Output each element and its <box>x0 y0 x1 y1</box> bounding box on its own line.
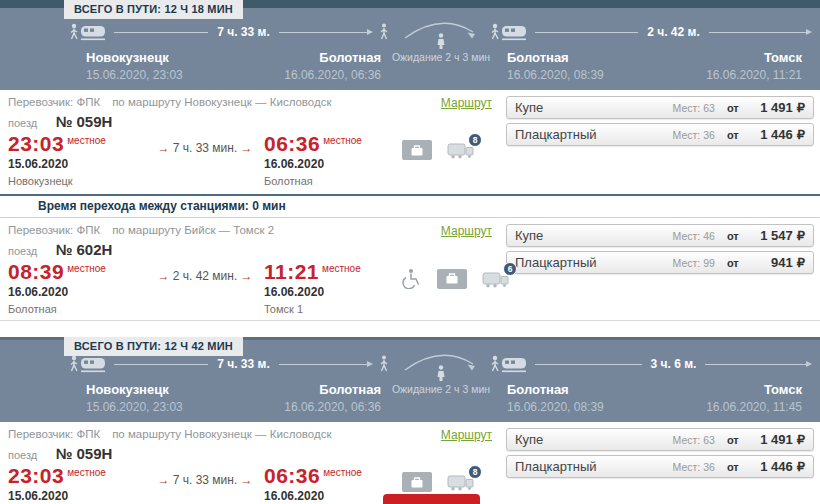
leg-duration: 3 ч. 6 м. <box>642 357 706 371</box>
ruble-icon: ₽ <box>797 255 805 270</box>
leg-to-station: Томск 16.06.2020, 11:45 <box>706 382 802 414</box>
transfer-wait: Ожидание 2 ч 3 мин <box>391 18 491 82</box>
train-number-row: поезд № 059Н <box>8 444 502 464</box>
ruble-icon: ₽ <box>797 228 805 243</box>
fare-option-kupe[interactable]: Купе Мест: 63 от 1 491 ₽ <box>506 428 814 451</box>
buy-button-partial[interactable] <box>383 494 480 504</box>
leg-to-station: Томск 16.06.2020, 11:21 <box>706 50 802 82</box>
leg-duration: 2 ч. 42 м. <box>638 25 709 39</box>
walker-train-icon <box>70 354 108 374</box>
leg-duration: 7 ч. 33 м. <box>208 357 279 371</box>
ruble-icon: ₽ <box>797 100 805 115</box>
route-link[interactable]: Маршрут <box>441 428 492 442</box>
departure-block: 08:39местное 16.06.2020 Болотная <box>8 260 146 315</box>
ruble-icon: ₽ <box>797 127 805 142</box>
arrow-icon: → <box>241 141 253 155</box>
wheelchair-icon <box>402 268 422 289</box>
wagon-scheme-icon[interactable]: 8 <box>447 472 475 492</box>
fare-option-platskart[interactable]: Плацкартный Мест: 36 от 1 446 ₽ <box>506 455 814 478</box>
journey-summary-band: ВСЕГО В ПУТИ: 12 Ч 18 МИН 7 ч. 33 м. <box>0 0 820 90</box>
train-number: № 059Н <box>56 445 113 462</box>
leg-from-station: Болотная 16.06.2020, 08:39 <box>507 50 604 82</box>
wait-label: Ожидание 2 ч 3 мин <box>392 51 490 63</box>
leg-duration: 7 ч. 33 м. <box>208 25 279 39</box>
train-segment: Перевозчик: ФПКпо маршруту Новокузнецк —… <box>0 90 820 192</box>
departure-block: 23:03местное 15.06.2020 Новокузнецк <box>8 132 146 187</box>
journey-summary-band: ВСЕГО В ПУТИ: 12 Ч 42 МИН 7 ч. 33 м. <box>0 337 820 422</box>
luggage-icon <box>402 472 432 492</box>
arrow-icon: → <box>157 269 169 283</box>
train-segment: Перевозчик: ФПКпо маршруту Новокузнецк —… <box>0 422 820 504</box>
person-icon <box>435 365 447 381</box>
fare-options: Купе Мест: 46 от 1 547 ₽ Плацкартный Мес… <box>506 221 814 315</box>
arrival-block: 06:36местное 16.06.2020 Болотная <box>264 132 402 187</box>
walker-train-icon <box>491 354 529 374</box>
carrier-info: Перевозчик: ФПКпо маршруту Новокузнецк —… <box>8 428 331 440</box>
luggage-icon <box>437 269 467 289</box>
journey-card-2: ВСЕГО В ПУТИ: 12 Ч 42 МИН 7 ч. 33 м. <box>0 337 820 504</box>
departure-block: 23:03местное 15.06.2020 Новокузнецк <box>8 464 146 504</box>
leg-to-station: Болотная 16.06.2020, 06:36 <box>284 50 381 82</box>
wagon-count-badge: 8 <box>468 133 482 147</box>
walker-train-icon <box>491 22 529 42</box>
route-link[interactable]: Маршрут <box>441 96 492 110</box>
ruble-icon: ₽ <box>797 432 805 447</box>
journey-card-1: ВСЕГО В ПУТИ: 12 Ч 18 МИН 7 ч. 33 м. <box>0 0 820 321</box>
person-icon <box>435 33 447 49</box>
arrow-icon: → <box>241 269 253 283</box>
ruble-icon: ₽ <box>797 459 805 474</box>
segment-duration: → 7 ч. 33 мин. → <box>146 132 264 155</box>
leg-summary-2: 2 ч. 42 м. Болотная 16.06.2020, 08:39 То… <box>491 18 812 82</box>
walker-icon <box>379 23 389 41</box>
leg-from-station: Болотная 16.06.2020, 08:39 <box>507 382 604 414</box>
arrow-icon: → <box>157 141 169 155</box>
search-results-page: ВСЕГО В ПУТИ: 12 Ч 18 МИН 7 ч. 33 м. <box>0 0 820 504</box>
walker-train-icon <box>70 22 108 42</box>
wagon-scheme-icon[interactable]: 8 <box>447 140 475 160</box>
luggage-icon <box>402 140 432 160</box>
fare-option-platskart[interactable]: Плацкартный Мест: 99 от 941 ₽ <box>506 251 814 274</box>
total-duration-badge: ВСЕГО В ПУТИ: 12 Ч 18 МИН <box>64 0 243 19</box>
fare-option-kupe[interactable]: Купе Мест: 63 от 1 491 ₽ <box>506 96 814 119</box>
wagon-count-badge: 8 <box>468 465 482 479</box>
segment-duration: → 7 ч. 33 мин. → <box>146 464 264 487</box>
fare-option-kupe[interactable]: Купе Мест: 46 от 1 547 ₽ <box>506 224 814 247</box>
segment-duration: → 2 ч. 42 мин. → <box>146 260 264 283</box>
leg-from-station: Новокузнецк 15.06.2020, 23:03 <box>86 382 183 414</box>
fare-options: Купе Мест: 63 от 1 491 ₽ Плацкартный Мес… <box>506 93 814 187</box>
leg-to-station: Болотная 16.06.2020, 06:36 <box>284 382 381 414</box>
walker-icon <box>379 355 389 373</box>
leg-summary-1: 7 ч. 33 м. Новокузнецк 15.06.2020, 23:03… <box>70 18 391 82</box>
leg-track: 7 ч. 33 м. <box>114 22 373 42</box>
train-number: № 602Н <box>56 241 113 258</box>
leg-track: 3 ч. 6 м. <box>535 354 812 374</box>
leg-track: 7 ч. 33 м. <box>114 354 373 374</box>
train-segment: Перевозчик: ФПКпо маршруту Бийск — Томск… <box>0 218 820 320</box>
fare-option-platskart[interactable]: Плацкартный Мест: 36 от 1 446 ₽ <box>506 123 814 146</box>
train-number-row: поезд № 602Н <box>8 240 502 260</box>
arrival-block: 11:21местное 16.06.2020 Томск 1 <box>264 260 402 315</box>
transfer-note: Время перехода между станциями: 0 мин <box>0 194 820 218</box>
fare-options: Купе Мест: 63 от 1 491 ₽ Плацкартный Мес… <box>506 425 814 504</box>
leg-from-station: Новокузнецк 15.06.2020, 23:03 <box>86 50 183 82</box>
carrier-info: Перевозчик: ФПКпо маршруту Новокузнецк —… <box>8 96 331 108</box>
transfer-wait: Ожидание 2 ч 3 мин <box>391 350 491 414</box>
route-link[interactable]: Маршрут <box>441 224 492 238</box>
arrow-icon: → <box>157 473 169 487</box>
wait-label: Ожидание 2 ч 3 мин <box>392 383 490 395</box>
leg-summary-2: 3 ч. 6 м. Болотная 16.06.2020, 08:39 Том… <box>491 350 812 414</box>
carrier-info: Перевозчик: ФПКпо маршруту Бийск — Томск… <box>8 224 274 236</box>
leg-summary-1: 7 ч. 33 м. Новокузнецк 15.06.2020, 23:03… <box>70 350 391 414</box>
wagon-count-badge: 6 <box>503 262 517 276</box>
train-number-row: поезд № 059Н <box>8 112 502 132</box>
arrow-icon: → <box>241 473 253 487</box>
wagon-scheme-icon[interactable]: 6 <box>482 269 510 289</box>
arrival-block: 06:36местное 16.06.2020 Болотная <box>264 464 402 504</box>
train-number: № 059Н <box>56 113 113 130</box>
leg-track: 2 ч. 42 м. <box>535 22 812 42</box>
